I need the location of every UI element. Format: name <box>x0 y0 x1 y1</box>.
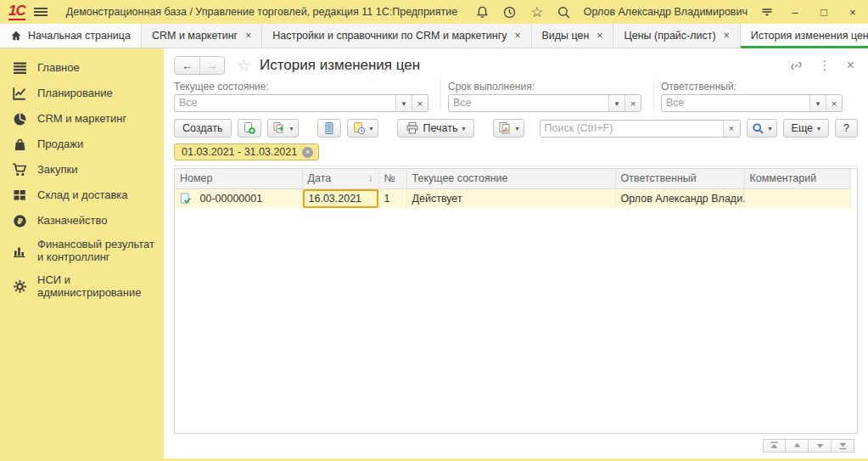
search-input[interactable] <box>540 121 723 137</box>
ruble-circle-icon: ₽ <box>12 213 27 228</box>
tab-price-change-history[interactable]: История изменения цен × <box>741 24 868 48</box>
notifications-bell-icon[interactable] <box>475 4 490 20</box>
cell-number[interactable]: 00-00000001 <box>175 188 302 208</box>
favorites-star-icon[interactable]: ☆ <box>529 4 545 20</box>
sidebar-item-treasury[interactable]: ₽ Казначейство <box>0 208 164 233</box>
cell-date[interactable]: 16.03.2021 <box>302 188 378 208</box>
column-header-number[interactable]: Номер <box>175 169 302 188</box>
close-window-button[interactable]: × <box>844 6 861 19</box>
sidebar-item-admin[interactable]: НСИ и администрирование <box>0 269 164 305</box>
close-form-icon[interactable]: × <box>847 58 854 73</box>
sidebar-item-label: НСИ и администрирование <box>37 274 155 300</box>
filter-responsible-combo[interactable]: Все ▾ × <box>661 94 843 112</box>
sidebar-item-planning[interactable]: Планирование <box>0 81 164 106</box>
active-filters-row: 01.03.2021 - 31.03.2021 × <box>174 143 858 166</box>
tab-label: Виды цен <box>542 30 590 42</box>
get-link-icon[interactable] <box>789 59 804 73</box>
dropdown-caret-icon: ▾ <box>817 125 820 132</box>
home-icon <box>10 30 22 42</box>
column-header-responsible[interactable]: Ответственный <box>615 169 744 188</box>
focused-cell: 16.03.2021 <box>303 189 378 208</box>
column-header-date[interactable]: Дата↓ <box>302 169 378 188</box>
tab-crm-settings[interactable]: Настройки и справочники по CRM и маркети… <box>262 24 531 48</box>
go-next-row-button[interactable] <box>809 439 832 453</box>
sidebar-item-label: Казначейство <box>37 215 107 228</box>
period-filter-chip[interactable]: 01.03.2021 - 31.03.2021 × <box>174 143 319 160</box>
remove-period-filter-icon[interactable]: × <box>302 147 313 158</box>
reports-button[interactable]: ▾ <box>493 119 524 138</box>
tab-bar: Начальная страница CRM и маркетинг × Нас… <box>0 24 868 48</box>
sidebar-item-warehouse[interactable]: Склад и доставка <box>0 183 164 208</box>
shopping-bag-icon <box>12 137 27 152</box>
more-label: Еще <box>792 122 813 134</box>
tab-home[interactable]: Начальная страница <box>0 24 142 48</box>
dropdown-caret-icon[interactable]: ▾ <box>608 95 624 111</box>
sidebar-item-label: Главное <box>37 62 80 75</box>
column-header-comment[interactable]: Комментарий <box>744 169 850 188</box>
tab-crm[interactable]: CRM и маркетинг × <box>142 24 262 48</box>
more-actions-button[interactable]: Еще ▾ <box>783 119 829 138</box>
go-first-row-button[interactable] <box>763 439 786 453</box>
dropdown-caret-icon[interactable]: ▾ <box>395 95 412 111</box>
back-button[interactable]: ← <box>175 57 199 74</box>
current-user[interactable]: Орлов Александр Владимирович <box>584 6 748 18</box>
dropdown-caret-icon: ▾ <box>769 125 772 132</box>
set-state-button[interactable]: ▾ <box>267 119 299 138</box>
cell-state[interactable]: Действует <box>406 188 615 208</box>
more-menu-kebab-icon[interactable]: ⋮ <box>819 58 832 73</box>
grid-icon <box>12 188 27 203</box>
cell-responsible[interactable]: Орлов Александр Влади... <box>615 188 744 208</box>
sidebar-item-main[interactable]: Главное <box>0 55 164 81</box>
clear-filter-icon[interactable]: × <box>412 95 428 111</box>
window-title: Демонстрационная база / Управление торго… <box>66 6 458 18</box>
sidebar-item-crm[interactable]: CRM и маркетинг <box>0 106 164 132</box>
print-button[interactable]: Печать ▾ <box>397 119 474 138</box>
tab-price-list[interactable]: Цены (прайс-лист) × <box>613 24 740 48</box>
filter-deadline-combo[interactable]: Все ▾ × <box>448 94 641 112</box>
help-button[interactable]: ? <box>835 119 858 138</box>
app-window: 1С Демонстрационная база / Управление то… <box>0 0 868 461</box>
sidebar-item-label: Продажи <box>37 138 83 151</box>
main-menu-icon[interactable] <box>34 8 48 16</box>
close-tab-icon[interactable]: × <box>514 30 520 42</box>
sidebar-item-finresult[interactable]: Финансовый результат и контроллинг <box>0 233 164 269</box>
menu-icon <box>12 60 27 76</box>
toolbar: Создать ▾ ▾ Печа <box>174 119 858 138</box>
column-header-no[interactable]: № <box>378 169 406 188</box>
maximize-button[interactable]: □ <box>815 6 832 19</box>
sidebar-item-label: Планирование <box>37 87 113 100</box>
cell-no[interactable]: 1 <box>378 188 406 208</box>
close-tab-icon[interactable]: × <box>596 30 602 42</box>
history-icon[interactable] <box>502 4 518 20</box>
tab-price-kinds[interactable]: Виды цен × <box>532 24 614 48</box>
filter-responsible-value: Все <box>662 95 809 111</box>
clear-filter-icon[interactable]: × <box>624 95 641 111</box>
list-view-button[interactable] <box>317 119 341 138</box>
collapse-panel-icon[interactable] <box>759 4 775 20</box>
global-search-icon[interactable] <box>557 4 572 20</box>
go-last-row-button[interactable] <box>832 439 854 453</box>
dropdown-caret-icon[interactable]: ▾ <box>809 95 826 111</box>
go-prev-row-button[interactable] <box>786 439 809 453</box>
minimize-button[interactable]: – <box>787 6 804 19</box>
close-tab-icon[interactable]: × <box>245 30 251 42</box>
add-to-favorites-star-icon[interactable]: ☆ <box>237 56 251 76</box>
table-header-row: Номер Дата↓ № Текущее состояние Ответств… <box>175 169 850 188</box>
copy-document-button[interactable] <box>238 119 261 138</box>
tab-label: CRM и маркетинг <box>152 30 238 42</box>
sidebar-item-purchases[interactable]: Закупки <box>0 157 164 183</box>
create-button[interactable]: Создать <box>174 119 232 138</box>
filter-state-combo[interactable]: Все ▾ × <box>174 94 428 112</box>
cell-comment[interactable] <box>744 188 850 208</box>
find-button[interactable]: ▾ <box>747 119 777 138</box>
tab-label: Цены (прайс-лист) <box>624 30 715 42</box>
table-row[interactable]: 00-00000001 16.03.2021 1 Действует Орлов… <box>175 188 850 208</box>
close-tab-icon[interactable]: × <box>724 30 730 42</box>
clear-search-icon[interactable]: × <box>723 121 740 137</box>
dropdown-caret-icon: ▾ <box>462 125 466 132</box>
column-header-state[interactable]: Текущее состояние <box>406 169 615 188</box>
sidebar-item-sales[interactable]: Продажи <box>0 132 164 157</box>
clear-filter-icon[interactable]: × <box>826 95 842 111</box>
forward-button[interactable]: → <box>199 57 224 74</box>
set-period-button[interactable]: ▾ <box>347 119 378 138</box>
